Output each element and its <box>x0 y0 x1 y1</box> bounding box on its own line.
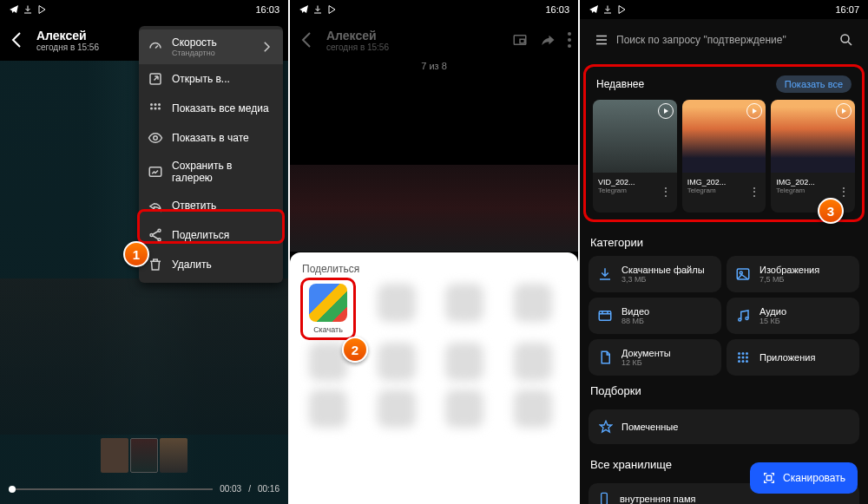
context-menu: Скорость Стандартно Открыть в... Показат… <box>139 26 283 283</box>
time-total: 00:16 <box>258 484 279 494</box>
categories-title: Категории <box>580 227 868 256</box>
svg-point-19 <box>740 272 742 274</box>
svg-point-6 <box>158 108 161 110</box>
menu-open-in[interactable]: Открыть в... <box>139 64 283 94</box>
viewer-header-dim: Алексей сегодня в 15:56 <box>290 19 578 61</box>
menu-icon[interactable] <box>594 32 609 48</box>
play-store-icon <box>616 4 627 15</box>
recent-title: Недавнее <box>596 78 644 90</box>
thumbnail-strip[interactable] <box>101 438 187 473</box>
share-target-blur[interactable] <box>438 343 490 381</box>
share-target-blur[interactable] <box>507 343 559 381</box>
share-target-blur[interactable] <box>507 389 559 428</box>
menu-speed-value: Стандартно <box>172 49 217 57</box>
menu-speed[interactable]: Скорость Стандартно <box>139 29 283 64</box>
grid-icon <box>148 101 163 116</box>
search-icon[interactable] <box>838 32 854 48</box>
svg-point-27 <box>742 357 745 359</box>
svg-point-1 <box>150 103 153 106</box>
show-all-button[interactable]: Показать все <box>776 75 852 93</box>
chat-name: Алексей <box>36 29 99 43</box>
back-icon[interactable] <box>7 29 28 50</box>
download-icon <box>597 266 613 282</box>
back-icon[interactable] <box>297 29 318 50</box>
menu-show-in-chat[interactable]: Показать в чате <box>139 123 283 153</box>
svg-rect-8 <box>149 167 161 177</box>
recent-card[interactable]: IMG_202...Telegram⋮ <box>682 100 766 213</box>
search-bar[interactable]: Поиск по запросу "подтверждение" <box>587 23 861 57</box>
forward-icon[interactable] <box>540 32 556 48</box>
menu-delete[interactable]: Удалить <box>139 250 283 279</box>
svg-point-4 <box>150 108 153 110</box>
step-badge-3: 3 <box>818 198 844 224</box>
menu-save-gallery[interactable]: Сохранить в галерею <box>139 153 283 191</box>
share-sheet-title: Поделиться <box>302 263 566 275</box>
play-icon <box>836 103 852 119</box>
phone-icon <box>597 492 611 504</box>
category-images[interactable]: Изображения7,5 МБ <box>727 256 859 292</box>
step-badge-2: 2 <box>342 337 368 363</box>
media-counter: 7 из 8 <box>290 61 578 71</box>
status-bar: 16:03 <box>0 0 288 19</box>
category-audio[interactable]: Аудио15 КБ <box>727 298 859 334</box>
card-more-icon[interactable]: ⋮ <box>660 189 672 194</box>
menu-speed-label: Скорость <box>172 36 217 49</box>
share-target-blur[interactable] <box>302 389 354 428</box>
share-target-blur[interactable] <box>371 343 423 381</box>
svg-point-21 <box>739 318 741 321</box>
highlight-box-1 <box>137 209 285 244</box>
time-current: 00:03 <box>220 484 241 494</box>
play-icon <box>746 103 762 119</box>
clock: 16:03 <box>255 4 279 15</box>
share-target-blur[interactable] <box>371 389 423 428</box>
timestamp: сегодня в 15:56 <box>326 43 389 52</box>
pip-icon[interactable] <box>512 32 528 48</box>
phone-2-share-sheet: 16:03 Алексей сегодня в 15:56 7 из 8 Под… <box>290 0 578 504</box>
highlight-box-3: Недавнее Показать все VID_202...Telegram… <box>583 64 865 222</box>
menu-all-media[interactable]: Показать все медиа <box>139 94 283 123</box>
svg-rect-13 <box>520 39 524 43</box>
collections-title: Подборки <box>580 376 868 404</box>
image-icon <box>735 266 751 282</box>
svg-point-31 <box>746 360 748 363</box>
clock: 16:07 <box>835 4 859 15</box>
status-bar: 16:07 <box>580 0 868 19</box>
eye-icon <box>148 130 163 146</box>
share-target-blur[interactable] <box>507 284 559 334</box>
category-apps[interactable]: Приложения <box>727 339 859 376</box>
category-documents[interactable]: Документы12 КБ <box>589 339 721 376</box>
play-icon <box>658 103 674 119</box>
scan-button[interactable]: Сканировать <box>750 462 858 494</box>
status-bar: 16:03 <box>290 0 578 19</box>
share-target-blur[interactable] <box>371 284 423 334</box>
recent-card[interactable]: IMG_202...Telegram⋮ <box>771 100 855 213</box>
telegram-icon <box>589 4 599 15</box>
seek-bar[interactable]: 00:03/ 00:16 <box>9 484 279 494</box>
svg-point-3 <box>158 103 161 106</box>
svg-rect-32 <box>602 493 608 504</box>
phone-3-files-app: 16:07 Поиск по запросу "подтверждение" Н… <box>580 0 868 504</box>
download-icon <box>602 4 613 15</box>
star-icon <box>599 420 613 434</box>
category-videos[interactable]: Видео88 МБ <box>589 298 721 334</box>
card-more-icon[interactable]: ⋮ <box>838 189 850 194</box>
svg-point-2 <box>155 103 157 106</box>
category-downloads[interactable]: Скачанные файлы3,3 МБ <box>589 256 721 292</box>
svg-point-25 <box>746 352 748 355</box>
music-icon <box>735 308 751 324</box>
card-more-icon[interactable]: ⋮ <box>748 189 760 194</box>
share-target-blur[interactable] <box>438 284 490 334</box>
svg-point-22 <box>746 317 748 320</box>
play-store-icon <box>36 4 47 15</box>
svg-point-29 <box>738 360 740 363</box>
recent-card[interactable]: VID_202...Telegram⋮ <box>593 100 677 213</box>
more-icon[interactable] <box>568 32 571 48</box>
share-target-blur[interactable] <box>438 389 490 428</box>
clock: 16:03 <box>545 4 569 15</box>
image-download-icon <box>148 164 163 180</box>
download-icon <box>23 4 33 15</box>
apps-icon <box>735 350 751 365</box>
svg-point-5 <box>155 108 157 110</box>
starred-collection[interactable]: Помеченные <box>589 409 859 444</box>
svg-point-30 <box>742 360 745 363</box>
